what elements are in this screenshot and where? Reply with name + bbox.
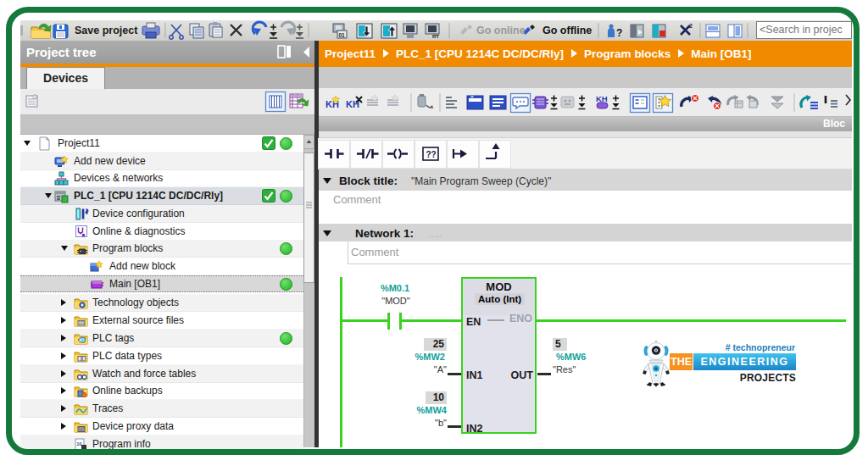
svg-text:2: 2 <box>689 23 693 29</box>
svg-text:??: ?? <box>426 150 437 159</box>
svg-text:10: 10 <box>76 441 81 447</box>
svg-text:?: ? <box>616 27 622 39</box>
svg-text:KH: KH <box>596 94 608 103</box>
svg-text:01: 01 <box>339 32 346 38</box>
svg-text:RT: RT <box>432 34 439 39</box>
svg-text:101: 101 <box>79 321 86 325</box>
